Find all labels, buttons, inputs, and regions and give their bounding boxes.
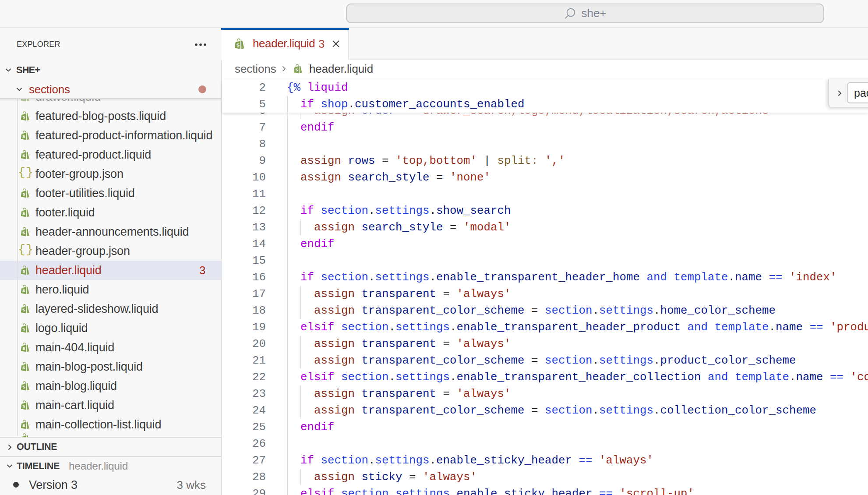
svg-text:s: s [22, 422, 25, 428]
svg-text:s: s [22, 364, 25, 370]
svg-text:s: s [22, 287, 25, 293]
svg-text:s: s [22, 191, 25, 197]
svg-text:s: s [236, 41, 240, 48]
svg-text:s: s [22, 210, 25, 216]
svg-text:s: s [22, 307, 25, 312]
svg-text:s: s [22, 403, 25, 409]
svg-text:s: s [22, 152, 25, 158]
svg-text:s: s [295, 67, 298, 72]
svg-text:s: s [22, 114, 25, 120]
svg-text:s: s [22, 384, 25, 389]
svg-text:s: s [22, 326, 25, 332]
svg-text:s: s [22, 345, 25, 351]
svg-text:s: s [22, 230, 25, 235]
svg-text:s: s [22, 268, 25, 274]
svg-text:s: s [22, 133, 25, 139]
